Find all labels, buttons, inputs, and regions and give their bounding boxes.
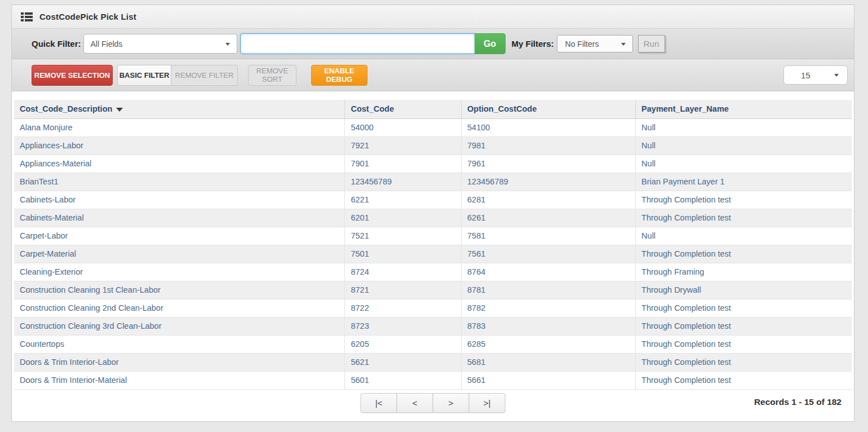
table-cell[interactable]: Construction Cleaning 3rd Clean-Labor xyxy=(14,317,345,335)
table-cell[interactable]: 8783 xyxy=(462,317,636,335)
table-cell[interactable]: Through Completion test xyxy=(636,299,852,317)
table-cell[interactable]: 54000 xyxy=(345,118,462,136)
table-cell[interactable]: 7961 xyxy=(462,155,636,173)
table-row[interactable]: Appliances-Labor79217981Null xyxy=(14,136,852,155)
column-header-option_costcode[interactable]: Option_CostCode xyxy=(462,100,636,118)
table-cell[interactable]: Through Completion test xyxy=(636,371,852,389)
table-cell[interactable]: 6261 xyxy=(462,209,636,227)
table-cell[interactable]: Doors & Trim Interior-Labor xyxy=(14,353,345,371)
table-cell[interactable]: Construction Cleaning 1st Clean-Labor xyxy=(14,281,345,299)
table-cell[interactable]: Alana Monjure xyxy=(14,118,345,136)
table-cell[interactable]: 8764 xyxy=(462,263,636,281)
table-cell[interactable]: Null xyxy=(636,118,852,136)
table-cell[interactable]: 5661 xyxy=(462,371,636,389)
table-cell[interactable]: 8722 xyxy=(345,299,462,317)
table-cell[interactable]: 54100 xyxy=(462,118,636,136)
table-cell[interactable]: 7921 xyxy=(345,136,462,155)
table-cell[interactable]: Null xyxy=(636,227,852,245)
go-button[interactable]: Go xyxy=(475,33,506,54)
table-cell[interactable]: Null xyxy=(636,155,852,173)
table-cell[interactable]: 7501 xyxy=(345,245,462,263)
table-cell[interactable]: 8782 xyxy=(462,299,636,317)
table-cell[interactable]: Countertops xyxy=(14,335,345,353)
first-page-button[interactable]: |< xyxy=(361,393,397,413)
table-cell[interactable]: 6285 xyxy=(462,335,636,353)
table-cell[interactable]: Cleaning-Exterior xyxy=(14,263,345,281)
table-cell[interactable]: Appliances-Material xyxy=(14,155,345,173)
table-cell[interactable]: 5621 xyxy=(345,353,462,371)
table-row[interactable]: Appliances-Material79017961Null xyxy=(14,155,852,173)
my-filters-select[interactable]: No Filters xyxy=(557,35,633,52)
column-header-cost_code_description[interactable]: Cost_Code_Description xyxy=(14,100,345,118)
column-header-payment_layer_name[interactable]: Payment_Layer_Name xyxy=(636,100,852,118)
column-header-cost_code[interactable]: Cost_Code xyxy=(345,100,462,118)
run-button[interactable]: Run xyxy=(638,35,665,52)
table-cell[interactable]: Through Framing xyxy=(636,263,852,281)
table-cell[interactable]: 123456789 xyxy=(462,173,636,191)
table-cell[interactable]: Doors & Trim Interior-Material xyxy=(14,371,345,389)
table-row[interactable]: Construction Cleaning 2nd Clean-Labor872… xyxy=(14,299,852,317)
table-row[interactable]: Doors & Trim Interior-Material56015661Th… xyxy=(14,371,852,389)
table-cell[interactable]: Carpet-Material xyxy=(14,245,345,263)
table-cell[interactable]: 7581 xyxy=(462,227,636,245)
table-row[interactable]: Alana Monjure5400054100Null xyxy=(14,118,852,136)
quick-filter-bar: Quick Filter: All Fields Go My Filters: … xyxy=(12,29,854,59)
table-cell[interactable]: 123456789 xyxy=(345,173,462,191)
table-cell[interactable]: 7901 xyxy=(345,155,462,173)
table-row[interactable]: Carpet-Labor75217581Null xyxy=(14,227,852,245)
table-cell[interactable]: 5601 xyxy=(345,371,462,389)
my-filters-label: My Filters: xyxy=(512,39,554,49)
remove-sort-button[interactable]: REMOVE SORT xyxy=(248,65,296,86)
remove-selection-button[interactable]: REMOVE SELECTION xyxy=(32,65,113,86)
quick-filter-field-select[interactable]: All Fields xyxy=(83,34,237,54)
table-row[interactable]: Doors & Trim Interior-Labor56215681Throu… xyxy=(14,353,852,371)
table-cell[interactable]: 8724 xyxy=(345,263,462,281)
last-page-button[interactable]: >| xyxy=(469,393,506,413)
table-cell[interactable]: Through Completion test xyxy=(636,209,852,227)
sort-desc-icon xyxy=(116,108,123,112)
table-cell[interactable]: 6221 xyxy=(345,191,462,209)
table-row[interactable]: Cabinets-Material62016261Through Complet… xyxy=(14,209,852,227)
table-cell[interactable]: Cabinets-Material xyxy=(14,209,345,227)
table-cell[interactable]: Carpet-Labor xyxy=(14,227,345,245)
table-row[interactable]: Cleaning-Exterior87248764Through Framing xyxy=(14,263,852,281)
table-row[interactable]: Construction Cleaning 3rd Clean-Labor872… xyxy=(14,317,852,335)
table-cell[interactable]: Null xyxy=(636,136,852,155)
table-cell[interactable]: 7521 xyxy=(345,227,462,245)
my-filters-value: No Filters xyxy=(565,39,599,49)
enable-debug-button[interactable]: ENABLE DEBUG xyxy=(311,65,367,86)
table-cell[interactable]: Through Completion test xyxy=(636,245,852,263)
prev-page-button[interactable]: < xyxy=(397,393,433,413)
table-cell[interactable]: Construction Cleaning 2nd Clean-Labor xyxy=(14,299,345,317)
table-cell[interactable]: Through Completion test xyxy=(636,353,852,371)
next-page-button[interactable]: > xyxy=(433,393,470,413)
table-cell[interactable]: Through Drywall xyxy=(636,281,852,299)
table-cell[interactable]: Through Completion test xyxy=(636,335,852,353)
table-cell[interactable]: 8781 xyxy=(462,281,636,299)
table-cell[interactable]: 6281 xyxy=(462,191,636,209)
table-cell[interactable]: Through Completion test xyxy=(636,191,852,209)
remove-filter-button[interactable]: REMOVE FILTER xyxy=(171,65,238,86)
table-cell[interactable]: Through Completion test xyxy=(636,317,852,335)
table-cell[interactable]: 8723 xyxy=(345,317,462,335)
table-cell[interactable]: BrianTest1 xyxy=(14,173,345,191)
table-cell[interactable]: 6201 xyxy=(345,209,462,227)
table-cell[interactable]: Cabinets-Labor xyxy=(14,191,345,209)
table-cell[interactable]: 7981 xyxy=(462,136,636,155)
table-row[interactable]: BrianTest1123456789123456789Brian Paymen… xyxy=(14,173,852,191)
table-cell[interactable]: Appliances-Labor xyxy=(14,136,345,155)
quick-filter-field-value: All Fields xyxy=(91,39,123,49)
quick-filter-search-input[interactable] xyxy=(240,33,475,54)
table-cell[interactable]: 7561 xyxy=(462,245,636,263)
table-cell[interactable]: Brian Payment Layer 1 xyxy=(636,173,852,191)
table-row[interactable]: Carpet-Material75017561Through Completio… xyxy=(14,245,852,263)
table-row[interactable]: Countertops62056285Through Completion te… xyxy=(14,335,852,353)
basic-filter-button[interactable]: BASIC FILTER xyxy=(117,65,171,86)
page-size-select[interactable]: 15 xyxy=(783,65,848,85)
table-cell[interactable]: 5681 xyxy=(462,353,636,371)
table-cell[interactable]: 8721 xyxy=(345,281,462,299)
table-cell[interactable]: 6205 xyxy=(345,335,462,353)
table-row[interactable]: Construction Cleaning 1st Clean-Labor872… xyxy=(14,281,852,299)
pager-row: |< < > >| Records 1 - 15 of 182 xyxy=(12,390,854,421)
table-row[interactable]: Cabinets-Labor62216281Through Completion… xyxy=(14,191,852,209)
